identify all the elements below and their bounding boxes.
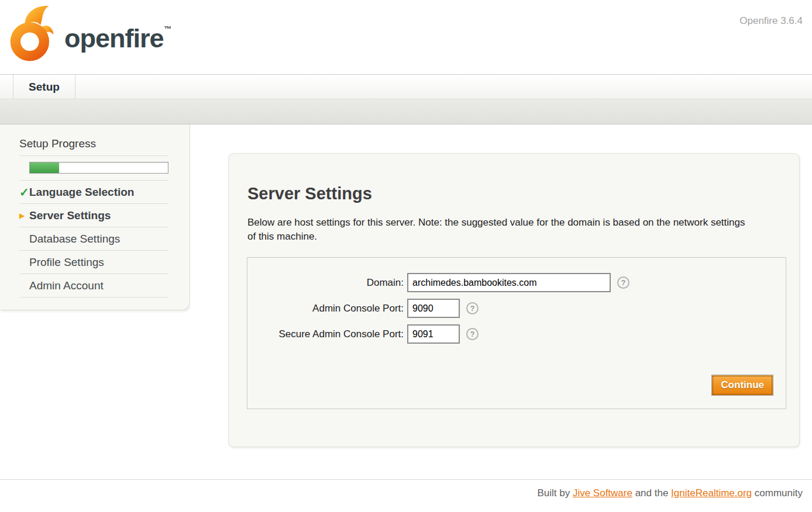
setup-progress-title: Setup Progress <box>19 137 168 156</box>
footer: Built by Jive Software and the IgniteRea… <box>0 479 812 512</box>
main-column: Server Settings Below are host settings … <box>190 124 812 479</box>
sub-bar <box>0 99 812 124</box>
progress-wrap <box>19 156 168 181</box>
tab-bar: Setup <box>0 74 812 99</box>
igniterealtime-link[interactable]: IgniteRealtime.org <box>671 487 752 499</box>
admin-console-port-label: Admin Console Port: <box>247 303 407 314</box>
server-settings-panel: Server Settings Below are host settings … <box>228 153 800 447</box>
progress-bar <box>29 162 168 174</box>
help-icon-domain[interactable]: ? <box>617 276 629 289</box>
tab-setup[interactable]: Setup <box>13 75 75 99</box>
sidebar-item-label: Admin Account <box>29 279 104 292</box>
content: Setup Progress ✓ Language Selection ▶ Se… <box>0 124 812 479</box>
server-settings-form: Domain: ? Admin Console Port: ? Secure A… <box>247 257 786 409</box>
sidebar-item-admin-account: Admin Account <box>19 274 168 297</box>
brand-name: openfire™ <box>64 23 171 54</box>
sidebar-item-server-settings: ▶ Server Settings <box>19 204 168 227</box>
form-row-domain: Domain: ? <box>247 273 786 292</box>
sidebar-item-label: Language Selection <box>29 186 134 199</box>
footer-text-middle: and the <box>632 487 671 499</box>
jive-software-link[interactable]: Jive Software <box>573 487 632 499</box>
app-version: Openfire 3.6.4 <box>739 15 803 27</box>
check-icon: ✓ <box>19 185 29 199</box>
secure-admin-console-port-label: Secure Admin Console Port: <box>247 328 407 340</box>
continue-button-label: Continue <box>713 376 772 395</box>
trademark: ™ <box>164 25 171 33</box>
form-row-secure-admin-console-port: Secure Admin Console Port: ? <box>247 324 786 344</box>
sidebar-item-language-selection: ✓ Language Selection <box>19 181 168 204</box>
form-row-admin-console-port: Admin Console Port: ? <box>247 299 786 318</box>
help-icon-secure-admin-console-port[interactable]: ? <box>466 328 479 340</box>
sidebar-item-label: Profile Settings <box>29 256 104 269</box>
progress-fill <box>30 162 59 173</box>
setup-progress-card: Setup Progress ✓ Language Selection ▶ Se… <box>0 124 190 310</box>
domain-field[interactable] <box>407 273 611 292</box>
sidebar-column: Setup Progress ✓ Language Selection ▶ Se… <box>0 124 190 479</box>
secure-admin-console-port-field[interactable] <box>407 324 460 344</box>
admin-console-port-field[interactable] <box>407 299 460 318</box>
sidebar-item-profile-settings: Profile Settings <box>19 251 168 274</box>
sidebar-item-label: Database Settings <box>29 233 120 245</box>
openfire-logo-icon <box>9 4 57 63</box>
domain-label: Domain: <box>247 277 407 289</box>
page-title: Server Settings <box>247 184 799 203</box>
page-description: Below are host settings for this server.… <box>247 216 753 244</box>
brand: openfire™ <box>9 4 171 63</box>
footer-text-prefix: Built by <box>537 487 572 499</box>
continue-button[interactable]: Continue <box>711 375 773 396</box>
footer-text-suffix: community <box>752 487 803 499</box>
help-icon-admin-console-port[interactable]: ? <box>466 302 479 314</box>
arrow-right-icon: ▶ <box>19 212 29 220</box>
sidebar-item-label: Server Settings <box>29 209 111 222</box>
sidebar-item-database-settings: Database Settings <box>19 227 168 251</box>
header: openfire™ Openfire 3.6.4 <box>0 0 812 74</box>
